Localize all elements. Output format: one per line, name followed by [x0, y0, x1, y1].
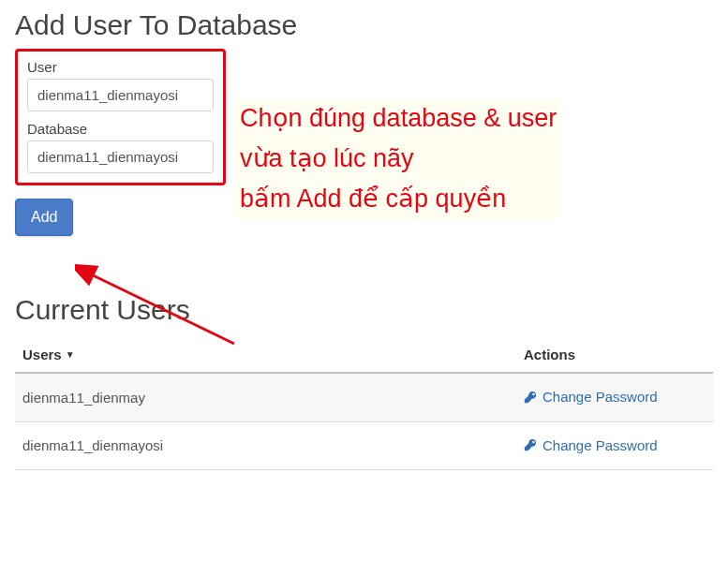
sort-desc-icon: ▼: [66, 349, 75, 360]
current-users-section-title: Current Users: [15, 294, 713, 326]
users-column-label: Users: [22, 347, 62, 362]
annotation-line-1: Chọn đúng database & user: [240, 98, 557, 139]
key-icon: [524, 391, 537, 404]
username-cell: dienma11_dienmay: [15, 373, 516, 421]
annotation-line-2: vừa tạo lúc nãy: [240, 139, 557, 179]
key-icon: [524, 438, 537, 451]
table-row: dienma11_dienmayosi Change Password: [15, 421, 713, 470]
user-field-label: User: [27, 59, 214, 75]
users-column-header[interactable]: Users ▼: [15, 337, 516, 373]
current-users-table: Users ▼ Actions dienma11_dienmay Change …: [15, 337, 713, 470]
change-password-label: Change Password: [542, 389, 658, 405]
user-field-group: User dienma11_dienmayosi: [27, 59, 214, 111]
annotation-line-3: bấm Add để cấp quyền: [240, 179, 557, 219]
table-row: dienma11_dienmay Change Password: [15, 373, 713, 421]
database-select[interactable]: dienma11_dienmayosi: [27, 140, 214, 173]
change-password-link[interactable]: Change Password: [524, 437, 658, 453]
instruction-annotation: Chọn đúng database & user vừa tạo lúc nã…: [236, 98, 560, 220]
username-cell: dienma11_dienmayosi: [15, 421, 516, 470]
user-select[interactable]: dienma11_dienmayosi: [27, 79, 214, 111]
database-field-label: Database: [27, 121, 214, 137]
add-button[interactable]: Add: [15, 199, 73, 236]
actions-column-header: Actions: [516, 337, 713, 373]
add-user-section-title: Add User To Database: [15, 9, 713, 41]
change-password-label: Change Password: [542, 437, 658, 453]
change-password-link[interactable]: Change Password: [524, 389, 658, 405]
database-field-group: Database dienma11_dienmayosi: [27, 121, 214, 173]
annotation-highlight-box: User dienma11_dienmayosi Database dienma…: [15, 49, 226, 185]
